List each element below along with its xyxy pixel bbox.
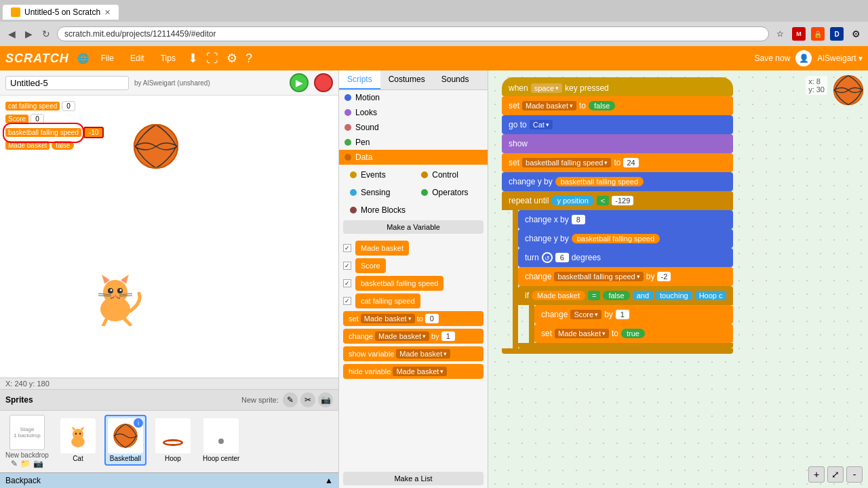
settings-icon[interactable]: ⚙ (226, 51, 237, 66)
show-var-block[interactable]: show variable Made basket ▾ (343, 346, 484, 361)
made-basket-dd[interactable]: Made basket ▾ (522, 101, 576, 110)
help-icon[interactable]: ? (245, 52, 252, 66)
tab-sounds[interactable]: Sounds (433, 70, 477, 89)
key-dropdown[interactable]: space ▾ (531, 83, 562, 93)
edit-menu-btn[interactable]: Edit (126, 51, 149, 66)
save-now-btn[interactable]: Save now (755, 54, 791, 63)
refresh-btn[interactable]: ↻ (39, 27, 53, 41)
category-pen[interactable]: Pen (339, 135, 488, 150)
bfs-dd2[interactable]: basketball falling speed ▾ (554, 272, 643, 281)
tab-close-btn[interactable]: ✕ (104, 8, 111, 17)
show-var-dropdown[interactable]: Made basket ▾ (396, 349, 450, 359)
sprite-item-basketball[interactable]: i Basketball (104, 415, 146, 466)
tab-scripts[interactable]: Scripts (339, 70, 380, 89)
hide-var-dropdown[interactable]: Made basket ▾ (393, 367, 447, 376)
browser-tab[interactable]: Untitled-5 on Scratch ✕ (3, 5, 119, 20)
category-motion[interactable]: Motion (339, 90, 488, 105)
forward-btn[interactable]: ▶ (22, 27, 35, 41)
set-val[interactable]: 0 (425, 314, 439, 323)
star-icon[interactable]: ☆ (773, 27, 787, 41)
bfs-24-val[interactable]: 24 (623, 158, 638, 167)
stage-item[interactable]: Stage 1 backdrop New backdrop ✎ 📁 📷 (5, 415, 49, 468)
make-variable-btn[interactable]: Make a Variable (343, 220, 484, 234)
new-sprite-upload-btn[interactable]: ✎ (283, 392, 298, 407)
upload-icon[interactable]: ⬇ (188, 51, 198, 66)
made-basket-dd2[interactable]: Made basket ▾ (555, 329, 609, 338)
sprite-item-hoop[interactable]: Hoop (152, 415, 194, 466)
change-made-basket-block[interactable]: change Made basket ▾ by 1 (343, 329, 484, 344)
val-8[interactable]: 8 (572, 215, 585, 224)
category-more-blocks[interactable]: More Blocks (344, 203, 413, 218)
category-sensing[interactable]: Sensing (344, 185, 413, 200)
new-sprite-scissors-btn[interactable]: ✂ (300, 392, 315, 407)
cfs-block[interactable]: cat falling speed (355, 293, 420, 308)
stop-btn[interactable] (314, 73, 333, 92)
score-1-val[interactable]: 1 (616, 310, 629, 319)
username-label[interactable]: AlSweigart ▾ (817, 54, 863, 63)
set-bfs-24-block[interactable]: set basketball falling speed ▾ to 24 (502, 153, 733, 172)
made-basket-block[interactable]: Made basket (355, 241, 409, 256)
cat-sprite[interactable] (88, 265, 142, 328)
file-menu-btn[interactable]: File (97, 51, 118, 66)
change-val[interactable]: 1 (441, 331, 455, 341)
basketball-sprite[interactable] (132, 123, 180, 172)
globe-icon[interactable]: 🌐 (77, 53, 89, 64)
tips-btn[interactable]: Tips (157, 51, 180, 66)
zoom-out-btn[interactable]: - (846, 466, 863, 483)
category-data[interactable]: Data (339, 150, 488, 165)
goto-cat-dd[interactable]: Cat ▾ (530, 120, 553, 129)
change-bfs-neg2-block[interactable]: change basketball falling speed ▾ by -2 (518, 267, 733, 286)
bfs-checkbox[interactable] (343, 279, 351, 287)
backdrop-paint-btn[interactable]: ✎ (11, 459, 18, 468)
green-flag-btn[interactable]: ▶ (290, 73, 309, 92)
sprite-item-cat[interactable]: Cat (57, 415, 99, 466)
neg2-val[interactable]: -2 (657, 272, 671, 281)
fullscreen-icon[interactable]: ⛶ (206, 52, 218, 66)
turn-6-block[interactable]: turn ↺ 6 degrees (518, 248, 733, 267)
set-made-basket-true-block[interactable]: set Made basket ▾ to true (534, 324, 733, 343)
category-operators[interactable]: Operators (416, 185, 484, 200)
if-block-top[interactable]: if Made basket = false and touching Hoop… (518, 286, 733, 305)
ext3-icon[interactable]: ⚙ (849, 27, 863, 41)
change-var-dropdown[interactable]: Made basket ▾ (375, 331, 429, 341)
bfs-block[interactable]: basketball falling speed (355, 276, 443, 291)
back-btn[interactable]: ◀ (5, 27, 18, 41)
backdrop-camera-btn[interactable]: 📷 (33, 459, 43, 468)
turn-6-val[interactable]: 6 (555, 253, 569, 262)
make-list-btn[interactable]: Make a List (343, 472, 484, 485)
backdrop-upload-btn[interactable]: 📁 (20, 459, 31, 468)
category-control[interactable]: Control (416, 167, 484, 182)
goto-cat-block[interactable]: go to Cat ▾ (502, 115, 733, 134)
category-sound[interactable]: Sound (339, 120, 488, 135)
change-x-8-block[interactable]: change x by 8 (518, 210, 733, 229)
set-made-basket-block[interactable]: set Made basket ▾ to 0 (343, 311, 484, 326)
zoom-reset-btn[interactable]: ⤢ (827, 466, 844, 483)
set-made-basket-false-block[interactable]: set Made basket ▾ to false (502, 96, 733, 115)
show-block[interactable]: show (502, 134, 733, 153)
made-basket-checkbox[interactable] (343, 244, 351, 252)
neg129-val[interactable]: -129 (612, 196, 633, 205)
new-sprite-camera-btn[interactable]: 📷 (318, 392, 333, 407)
backpack-bar[interactable]: Backpack ▲ (0, 472, 338, 488)
change-y2-block[interactable]: change y by basketball falling speed (518, 229, 733, 248)
address-bar[interactable] (57, 26, 769, 41)
score-block[interactable]: Score (355, 258, 386, 273)
category-looks[interactable]: Looks (339, 105, 488, 120)
category-events[interactable]: Events (344, 167, 413, 182)
bfs-dd[interactable]: basketball falling speed ▾ (522, 158, 611, 167)
tab-costumes[interactable]: Costumes (380, 70, 433, 89)
score-dd[interactable]: Score ▾ (570, 310, 601, 319)
cfs-checkbox[interactable] (343, 297, 351, 305)
change-score-1-block[interactable]: change Score ▾ by 1 (534, 305, 733, 324)
score-checkbox[interactable] (343, 262, 351, 270)
hide-var-block[interactable]: hide variable Made basket ▾ (343, 364, 484, 379)
zoom-in-btn[interactable]: + (808, 466, 825, 483)
change-y-bfs-block[interactable]: change y by basketball falling speed (502, 172, 733, 191)
repeat-until-block[interactable]: repeat until y position < -129 change x … (502, 191, 733, 354)
scripts-area[interactable]: when space ▾ key pressed set Made basket… (488, 70, 868, 488)
sprite-item-hoop-center[interactable]: Hoop center (199, 415, 243, 466)
when-space-key-block[interactable]: when space ▾ key pressed (502, 77, 733, 96)
gmail-icon[interactable]: M (792, 27, 806, 41)
set-var-dropdown[interactable]: Made basket ▾ (361, 314, 415, 323)
ext1-icon[interactable]: 🔒 (811, 27, 825, 41)
